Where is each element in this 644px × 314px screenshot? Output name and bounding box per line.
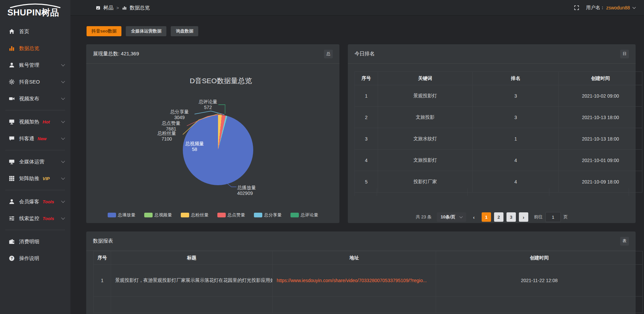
bar-chart-icon <box>9 45 15 51</box>
mini-bar-chart-icon <box>122 5 127 10</box>
sidebar-item-instructions[interactable]: ? 操作说明 <box>0 250 70 267</box>
sidebar-divider <box>5 150 65 150</box>
sidebar-item-video-heat[interactable]: 视频加热 Hot <box>0 113 70 130</box>
sidebar-item-video-publish[interactable]: 视频发布 <box>0 90 70 107</box>
legend-item[interactable]: 总视频量 <box>144 212 172 218</box>
breadcrumb: 树品 > 数据总览 <box>96 5 150 11</box>
impressions-total: 展现量总数: 421,369 <box>93 51 139 57</box>
home-icon <box>9 29 15 35</box>
table-row-partial <box>94 297 643 313</box>
table-row: 3 文旅水纹灯 1 2021-10-13 18:00 <box>355 128 642 150</box>
table-row: 1 景观投影灯 3 2021-10-02 09:00 <box>355 85 642 107</box>
topbar: 树品 > 数据总览 用户名： zswodun88 <box>70 0 644 16</box>
pie-label-likes: 总点赞量7681 <box>156 120 186 132</box>
legend-swatch <box>254 213 262 217</box>
gear-icon <box>9 79 15 85</box>
goto-label: 前往 <box>534 214 543 220</box>
sidebar-item-omni-media[interactable]: 全媒体运营 <box>0 153 70 170</box>
chevron-down-icon <box>61 216 65 219</box>
sidebar-divider <box>5 230 65 230</box>
username: zswodun88 <box>606 5 630 10</box>
logo-arc <box>9 3 62 8</box>
legend-item[interactable]: 总分享量 <box>254 212 282 218</box>
user-label: 用户名： <box>586 5 605 11</box>
ranking-panel-header: 今日排名 日 <box>348 44 636 64</box>
prev-page-button[interactable]: ‹ <box>469 212 479 222</box>
pie-label-videos: 总视频量58 <box>179 141 210 152</box>
legend-item[interactable]: 总点赞量 <box>217 212 245 218</box>
legend-item[interactable]: 总评论量 <box>290 212 318 218</box>
chevron-down-icon <box>61 176 65 179</box>
data-tabs: 抖音seo数据 全媒体运营数据 询盘数据 <box>87 26 198 36</box>
sidebar-item-home[interactable]: 首页 <box>0 23 70 40</box>
sidebar-item-douyin-seo[interactable]: 抖音SEO <box>0 73 70 90</box>
legend-item[interactable]: 总播放量 <box>108 212 136 218</box>
brand-logo: SHUPIN树品 <box>0 0 70 20</box>
sidebar-menu: 首页 数据总览 账号管理 <box>0 23 70 267</box>
goto-unit: 页 <box>564 214 568 220</box>
legend-swatch <box>108 213 116 217</box>
breadcrumb-separator: > <box>116 5 119 10</box>
report-panel-header: 数据报表 表 <box>86 231 636 251</box>
page-size-select[interactable]: 10条/页 <box>437 212 466 222</box>
day-toggle-button[interactable]: 日 <box>620 50 629 58</box>
grid-icon <box>9 175 15 181</box>
pie-label-fans: 总粉丝量7100 <box>152 130 182 142</box>
legend-swatch <box>181 213 189 217</box>
topbar-right: 用户名： zswodun88 <box>574 5 635 11</box>
sidebar-item-doketong[interactable]: 抖客通 New <box>0 130 70 147</box>
screen-icon <box>9 119 15 125</box>
sidebar-item-matrix-boost[interactable]: 矩阵助推 VIP <box>0 170 70 187</box>
chevron-down-icon <box>61 62 65 66</box>
pie-label-plays: 总播放量402909 <box>237 185 274 196</box>
table-row: 2 文旅投影 3 2021-10-13 18:00 <box>355 107 642 128</box>
chevron-down-icon <box>61 136 65 140</box>
tools-badge: Tools <box>43 199 54 204</box>
page-button-1[interactable]: 1 <box>482 212 491 222</box>
breadcrumb-current: 数据总览 <box>130 5 150 11</box>
tab-omni-media-data[interactable]: 全媒体运营数据 <box>126 26 166 36</box>
fullscreen-icon[interactable] <box>574 5 579 10</box>
next-page-button[interactable]: › <box>519 212 528 222</box>
sidebar-item-lead-monitor[interactable]: 线索监控 Tools <box>0 210 70 227</box>
legend-swatch <box>290 213 299 217</box>
chevron-down-icon <box>61 159 65 163</box>
sidebar-divider <box>5 190 65 190</box>
table-row: 1 景观投影灯，夜游景观投影灯厂家展示展示落花灯在花园里的灯光投影应用效果 #.… <box>94 265 643 297</box>
user-icon <box>9 62 15 68</box>
sidebar-item-account-management[interactable]: 账号管理 <box>0 57 70 73</box>
breadcrumb-root[interactable]: 树品 <box>103 5 113 11</box>
legend-swatch <box>144 213 153 217</box>
wallet-icon <box>9 239 15 245</box>
page-button-3[interactable]: 3 <box>506 212 516 222</box>
ranking-table-partial-row <box>355 188 629 196</box>
user-menu[interactable]: 用户名： zswodun88 <box>586 5 635 11</box>
chevron-down-icon <box>61 199 65 203</box>
svg-text:?: ? <box>11 256 13 260</box>
chevron-down-icon <box>61 79 65 83</box>
tab-douyin-seo-data[interactable]: 抖音seo数据 <box>87 26 121 36</box>
sidebar-item-spend-detail[interactable]: 消费明细 <box>0 233 70 250</box>
legend-item[interactable]: 总粉丝量 <box>181 212 209 218</box>
chevron-down-icon <box>61 96 65 100</box>
video-link[interactable]: https://www.iesdouyin.com/share/video/70… <box>277 278 427 283</box>
report-panel-title: 数据报表 <box>93 238 113 244</box>
today-ranking-panel: 今日排名 日 序号 关键词 排名 创建时间 1 景观投影灯 3 2021-10-… <box>348 44 636 223</box>
tools-badge: Tools <box>43 216 54 221</box>
sidebar-item-data-overview[interactable]: 数据总览 <box>0 40 70 57</box>
pagination-total: 共 23 条 <box>416 214 432 220</box>
page-icon <box>96 6 100 10</box>
goto-page-input[interactable] <box>545 212 561 222</box>
chat-bubble-icon <box>9 136 15 142</box>
table-toggle-button[interactable]: 表 <box>620 237 629 246</box>
question-circle-icon: ? <box>9 255 15 261</box>
brand-logo-text: SHUPIN树品 <box>7 7 70 18</box>
page-button-2[interactable]: 2 <box>494 212 503 222</box>
sidebar-item-member-burst[interactable]: 会员爆客 Tools <box>0 193 70 210</box>
tab-inquiry-data[interactable]: 询盘数据 <box>171 26 198 36</box>
chevron-down-icon <box>61 119 65 123</box>
impressions-panel-header: 展现量总数: 421,369 总 <box>86 44 339 64</box>
sidebar-divider <box>5 110 65 110</box>
chevron-down-icon <box>459 215 463 218</box>
total-toggle-button[interactable]: 总 <box>324 50 333 58</box>
